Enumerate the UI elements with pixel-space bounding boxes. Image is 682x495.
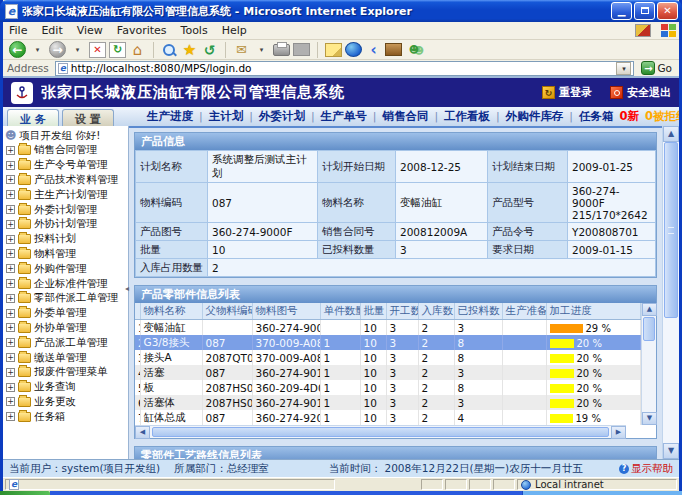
go-button[interactable]: → Go — [638, 61, 675, 75]
tree-item-1[interactable]: +生产令号单管理 — [5, 158, 128, 173]
parts-horizontal-scrollbar[interactable]: ◀ ▶ — [135, 425, 626, 438]
parts-row-5[interactable]: 6活塞体2087HS002360-274-9011W11032320 % — [135, 395, 641, 410]
menu-view[interactable]: View — [77, 24, 103, 37]
back-dropdown[interactable]: ▾ — [29, 41, 46, 58]
column-header-8[interactable]: 生产准备 — [502, 303, 546, 320]
parts-row-3[interactable]: 4活塞087360-274-9010F11032320 % — [135, 365, 641, 380]
tree-item-14[interactable]: +缴送单管理 — [5, 350, 128, 365]
messenger-buddy-button[interactable]: ☻ — [405, 41, 423, 58]
expand-icon[interactable]: + — [6, 175, 15, 184]
title-bar[interactable]: e 张家口长城液压油缸有限公司管理信息系统 - Microsoft Intern… — [0, 0, 682, 22]
nav-item-5[interactable]: 工作看板 — [444, 109, 490, 124]
address-dropdown-icon[interactable]: ▾ — [616, 62, 631, 75]
favorites-button[interactable]: ★ — [181, 41, 198, 58]
nav-item-2[interactable]: 外委计划 — [259, 109, 305, 124]
scroll-down-icon[interactable]: ▼ — [663, 443, 679, 459]
menu-help[interactable]: Help — [222, 24, 247, 37]
history-button[interactable]: ↺ — [201, 41, 218, 58]
expand-icon[interactable]: + — [6, 397, 15, 406]
research-button[interactable] — [385, 43, 402, 56]
parts-vertical-scrollbar[interactable]: ▲ ▼ — [641, 303, 656, 425]
column-header-3[interactable]: 单件数量 — [320, 303, 360, 320]
taskbar-items[interactable] — [50, 491, 522, 495]
logout-button[interactable]: 安全退出 — [610, 85, 671, 100]
main-vertical-scrollbar[interactable]: ▲ ▼ — [662, 126, 679, 459]
tree-item-0[interactable]: +销售合同管理 — [5, 143, 128, 158]
tree-item-6[interactable]: +投料计划 — [5, 232, 128, 247]
expand-icon[interactable]: + — [6, 338, 15, 347]
tree-item-2[interactable]: +产品技术资料管理 — [5, 173, 128, 188]
tab-business[interactable]: 业 务 — [7, 109, 59, 126]
column-header-0[interactable]: 物料名称 — [140, 303, 202, 320]
column-header-4[interactable]: 批量 — [360, 303, 386, 320]
expand-icon[interactable]: + — [6, 161, 15, 170]
address-input[interactable]: e http://localhost:8080/MPS/login.do ▾ — [55, 61, 635, 76]
tree-item-11[interactable]: +外委单管理 — [5, 306, 128, 321]
column-header-5[interactable]: 开工数 — [386, 303, 418, 320]
parts-row-4[interactable]: 5板2087HS002360-209-4D01011032820 % — [135, 380, 641, 395]
parts-row-0[interactable]: 1变幅油缸360-274-9000F1032329 % — [135, 320, 641, 336]
start-button[interactable] — [0, 491, 50, 495]
address-url[interactable]: http://localhost:8080/MPS/login.do — [71, 62, 614, 74]
mail-button[interactable]: ✉ — [233, 41, 250, 58]
expand-icon[interactable]: + — [6, 235, 15, 244]
print-button[interactable] — [273, 44, 290, 56]
refresh-button[interactable]: ↻ — [109, 42, 126, 58]
tree-item-8[interactable]: +外购件管理 — [5, 261, 128, 276]
tree-item-10[interactable]: +零部件派工单管理 — [5, 291, 128, 306]
nav-item-0[interactable]: 生产进度 — [147, 109, 193, 124]
scroll-right-icon[interactable]: ▶ — [611, 426, 626, 439]
expand-icon[interactable]: + — [6, 353, 15, 362]
expand-icon[interactable]: + — [6, 190, 15, 199]
edit-button[interactable] — [293, 43, 310, 56]
column-header-9[interactable]: 加工进度 — [546, 303, 641, 320]
home-button[interactable]: ⌂ — [129, 41, 146, 58]
messenger-globe-button[interactable] — [345, 42, 362, 57]
tree-item-13[interactable]: +产品派工单管理 — [5, 335, 128, 350]
search-button[interactable] — [161, 42, 178, 58]
back-button[interactable]: ← — [9, 41, 26, 58]
scroll-up-icon[interactable]: ▲ — [663, 126, 679, 142]
column-header-7[interactable]: 已投料数 — [454, 303, 502, 320]
expand-icon[interactable]: + — [6, 220, 15, 229]
maximize-button[interactable] — [634, 2, 655, 20]
parts-row-1[interactable]: 2G3/8接头087370-009-A084011032820 % — [135, 335, 641, 350]
expand-icon[interactable]: + — [6, 294, 15, 303]
scroll-up-icon[interactable]: ▲ — [642, 303, 657, 316]
menu-edit[interactable]: Edit — [41, 24, 62, 37]
close-button[interactable]: ✕ — [657, 2, 678, 20]
tree-item-12[interactable]: +外协单管理 — [5, 321, 128, 336]
menu-file[interactable]: File — [9, 24, 27, 37]
scroll-thumb[interactable] — [664, 142, 678, 318]
column-header-6[interactable]: 入库数 — [418, 303, 454, 320]
tree-item-18[interactable]: +任务箱 — [5, 409, 128, 424]
forward-button[interactable]: → — [49, 41, 66, 58]
scroll-thumb[interactable] — [643, 317, 655, 341]
expand-icon[interactable]: + — [6, 368, 15, 377]
relogin-button[interactable]: ↻ 重登录 — [542, 85, 592, 100]
tree-item-17[interactable]: +业务更改 — [5, 395, 128, 410]
expand-icon[interactable]: + — [6, 205, 15, 214]
tree-item-9[interactable]: +企业标准件管理 — [5, 276, 128, 291]
system-tray[interactable] — [522, 491, 682, 495]
expand-icon[interactable]: + — [6, 383, 15, 392]
scroll-down-icon[interactable]: ▼ — [642, 412, 657, 425]
tree-item-4[interactable]: +外委计划管理 — [5, 202, 128, 217]
menu-tools[interactable]: Tools — [181, 24, 208, 37]
nav-item-3[interactable]: 生产单号 — [321, 109, 367, 124]
minimize-button[interactable]: ▁ — [611, 2, 632, 20]
parts-row-6[interactable]: 7缸体总成087360-274-9200F11032419 % — [135, 410, 641, 425]
tree-item-5[interactable]: +外协计划管理 — [5, 217, 128, 232]
windows-taskbar[interactable] — [0, 491, 682, 495]
sidebar-collapse-icon[interactable]: ◂ — [125, 284, 132, 293]
expand-icon[interactable]: + — [6, 412, 15, 421]
stop-button[interactable]: ✕ — [89, 42, 106, 58]
show-help-link[interactable]: ? 显示帮助 — [619, 462, 673, 476]
toolbar-addon-icon[interactable] — [635, 24, 651, 37]
expand-icon[interactable]: + — [6, 309, 15, 318]
tree-item-3[interactable]: +主生产计划管理 — [5, 187, 128, 202]
nav-item-4[interactable]: 销售合同 — [382, 109, 428, 124]
expand-icon[interactable]: + — [6, 264, 15, 273]
scroll-left-icon[interactable]: ◀ — [135, 426, 150, 439]
parts-row-2[interactable]: 3接头A2087QT002370-009-A085011032820 % — [135, 350, 641, 365]
